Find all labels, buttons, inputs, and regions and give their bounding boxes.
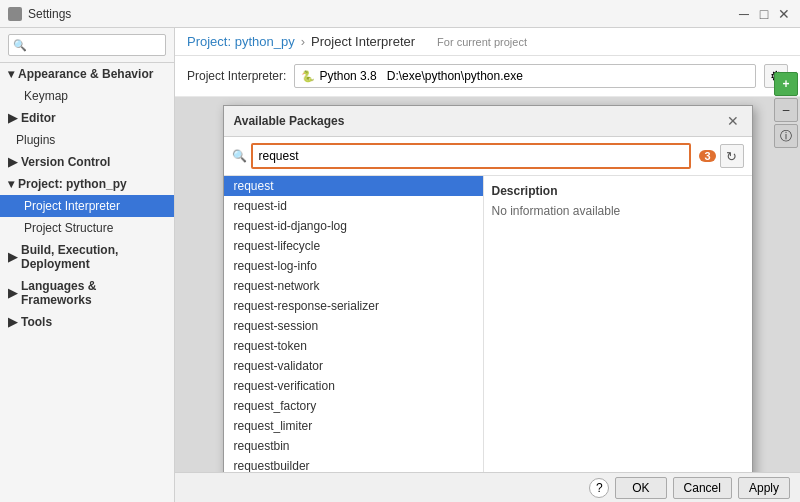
sidebar-item-label: Project: python_py <box>18 177 127 191</box>
package-search-input[interactable] <box>251 143 692 169</box>
list-item[interactable]: request-lifecycle <box>224 236 483 256</box>
dialog-search-row: 🔍 3 ↻ <box>224 137 752 176</box>
add-package-button[interactable]: + <box>774 72 798 96</box>
list-item[interactable]: request-token <box>224 336 483 356</box>
for-current-project: For current project <box>437 36 527 48</box>
dialog-close-button[interactable]: ✕ <box>724 112 742 130</box>
package-area: Available Packages ✕ 🔍 3 ↻ req <box>175 97 800 472</box>
sidebar-item-appearance[interactable]: ▾ Appearance & Behavior <box>0 63 174 85</box>
interpreter-label: Project Interpreter: <box>187 69 286 83</box>
breadcrumb: Project: python_py › Project Interpreter… <box>175 28 800 56</box>
list-item[interactable]: request-id-django-log <box>224 216 483 236</box>
minimize-button[interactable]: ─ <box>736 6 752 22</box>
window-title: Settings <box>28 7 71 21</box>
ok-button[interactable]: OK <box>615 477 666 499</box>
title-bar: Settings ─ □ ✕ <box>0 0 800 28</box>
sidebar-item-label: Appearance & Behavior <box>18 67 153 81</box>
python-icon: 🐍 <box>301 70 315 83</box>
list-item[interactable]: request-log-info <box>224 256 483 276</box>
sidebar-item-plugins[interactable]: Plugins <box>0 129 174 151</box>
sidebar-item-label: Keymap <box>24 89 68 103</box>
sidebar-item-languages[interactable]: ▶ Languages & Frameworks <box>0 275 174 311</box>
packages-list: request request-id request-id-django-log… <box>224 176 484 472</box>
dialog-title: Available Packages <box>234 114 345 128</box>
bottom-bar: ? OK Cancel Apply <box>175 472 800 502</box>
title-bar-left: Settings <box>8 7 71 21</box>
sidebar-item-project-interpreter[interactable]: Project Interpreter <box>0 195 174 217</box>
dialog-title-bar: Available Packages ✕ <box>224 106 752 137</box>
list-item[interactable]: request_factory <box>224 396 483 416</box>
sidebar-search-input[interactable] <box>8 34 166 56</box>
refresh-packages-button[interactable]: ↻ <box>720 144 744 168</box>
breadcrumb-separator: › <box>301 34 305 49</box>
list-item[interactable]: request-response-serializer <box>224 296 483 316</box>
sidebar-item-label: Tools <box>21 315 52 329</box>
sidebar-item-label: Project Interpreter <box>24 199 120 213</box>
maximize-button[interactable]: □ <box>756 6 772 22</box>
dialog-content: request request-id request-id-django-log… <box>224 176 752 472</box>
description-text: No information available <box>492 204 744 218</box>
sidebar: ▾ Appearance & Behavior Keymap ▶ Editor … <box>0 28 175 502</box>
sidebar-item-label: Editor <box>21 111 56 125</box>
close-window-button[interactable]: ✕ <box>776 6 792 22</box>
sidebar-item-tools[interactable]: ▶ Tools <box>0 311 174 333</box>
sidebar-item-build-exec[interactable]: ▶ Build, Execution, Deployment <box>0 239 174 275</box>
sidebar-item-version-control[interactable]: ▶ Version Control <box>0 151 174 173</box>
interpreter-selector[interactable]: 🐍 Python 3.8 D:\exe\python\python.exe <box>294 64 756 88</box>
list-item[interactable]: request-id <box>224 196 483 216</box>
help-button[interactable]: ? <box>589 478 609 498</box>
list-item[interactable]: request-verification <box>224 376 483 396</box>
sidebar-item-label: Languages & Frameworks <box>21 279 166 307</box>
sidebar-item-label: Project Structure <box>24 221 113 235</box>
cancel-button[interactable]: Cancel <box>673 477 732 499</box>
list-item[interactable]: requestbuilder <box>224 456 483 472</box>
list-item[interactable]: request-network <box>224 276 483 296</box>
sidebar-item-keymap[interactable]: Keymap <box>0 85 174 107</box>
description-title: Description <box>492 184 744 198</box>
sidebar-item-label: Version Control <box>21 155 110 169</box>
breadcrumb-current: Project Interpreter <box>311 34 415 49</box>
app-icon <box>8 7 22 21</box>
available-packages-dialog: Available Packages ✕ 🔍 3 ↻ req <box>223 105 753 472</box>
sidebar-item-editor[interactable]: ▶ Editor <box>0 107 174 129</box>
list-item[interactable]: request-session <box>224 316 483 336</box>
apply-button[interactable]: Apply <box>738 477 790 499</box>
list-item[interactable]: request-validator <box>224 356 483 376</box>
list-item[interactable]: request_limiter <box>224 416 483 436</box>
sidebar-item-project[interactable]: ▾ Project: python_py <box>0 173 174 195</box>
content-area: Project: python_py › Project Interpreter… <box>175 28 800 502</box>
window-controls: ─ □ ✕ <box>736 6 792 22</box>
search-icon: 🔍 <box>232 149 247 163</box>
interpreter-row: Project Interpreter: 🐍 Python 3.8 D:\exe… <box>175 56 800 97</box>
breadcrumb-project[interactable]: Project: python_py <box>187 34 295 49</box>
expand-arrow: ▶ <box>8 111 17 125</box>
sidebar-search-container <box>0 28 174 63</box>
expand-arrow: ▶ <box>8 250 17 264</box>
expand-arrow: ▶ <box>8 315 17 329</box>
expand-arrow: ▶ <box>8 286 17 300</box>
sidebar-item-label: Plugins <box>16 133 55 147</box>
list-item[interactable]: requestbin <box>224 436 483 456</box>
expand-arrow: ▾ <box>8 177 14 191</box>
list-item[interactable]: request <box>224 176 483 196</box>
expand-arrow: ▾ <box>8 67 14 81</box>
description-panel: Description No information available <box>484 176 752 472</box>
sidebar-item-label: Build, Execution, Deployment <box>21 243 166 271</box>
expand-arrow: ▶ <box>8 155 17 169</box>
interpreter-value: Python 3.8 D:\exe\python\python.exe <box>319 69 522 83</box>
sidebar-item-project-structure[interactable]: Project Structure <box>0 217 174 239</box>
main-layout: ▾ Appearance & Behavior Keymap ▶ Editor … <box>0 28 800 502</box>
dialog-overlay: Available Packages ✕ 🔍 3 ↻ req <box>175 97 800 472</box>
search-result-badge: 3 <box>699 150 715 162</box>
